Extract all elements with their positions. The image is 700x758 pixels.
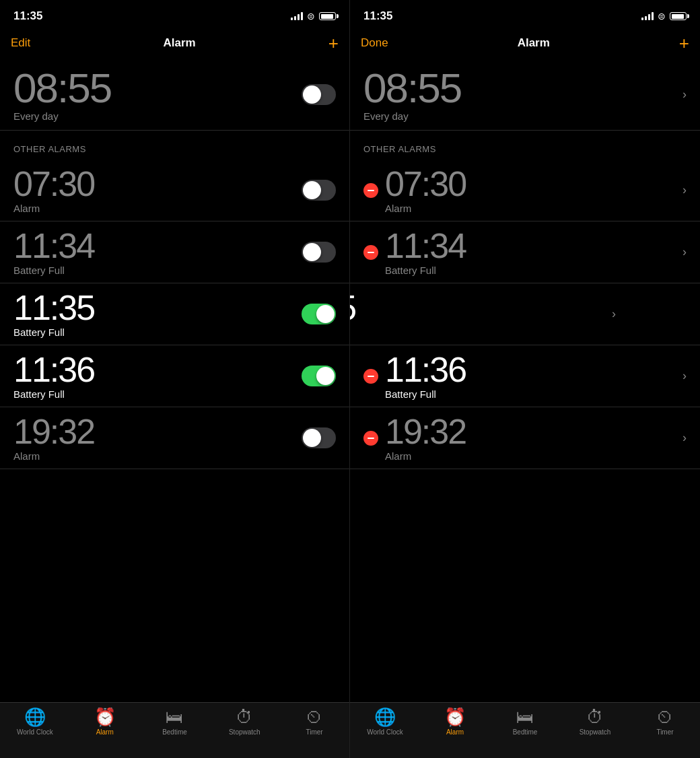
status-bar-right: 11:35 ⊜: [350, 0, 700, 30]
status-icons-left: ⊜: [291, 11, 336, 22]
tab-label-world-clock-right: World Clock: [367, 728, 403, 736]
tab-label-timer-left: Timer: [306, 728, 322, 736]
alarm-content-right: 08:55 Every day › OTHER ALARMS 07:30 Ala…: [350, 59, 700, 702]
tab-alarm-left[interactable]: ⏰ Alarm: [70, 708, 140, 736]
delete-circle-1134[interactable]: [363, 245, 378, 260]
toggle-0730-left[interactable]: [302, 180, 336, 201]
alarm-time-1134-left: 11:34: [13, 228, 94, 263]
toggle-1135-left[interactable]: [302, 304, 336, 324]
tab-label-alarm-left: Alarm: [96, 728, 114, 736]
battery-icon-right: [670, 12, 687, 20]
nav-bar-right: Done Alarm +: [350, 30, 700, 59]
alarm-item-1136-left[interactable]: 11:36 Battery Full: [0, 345, 349, 407]
tab-bedtime-left[interactable]: 🛏 Bedtime: [140, 708, 210, 736]
status-time-right: 11:35: [363, 9, 392, 23]
tab-alarm-right[interactable]: ⏰ Alarm: [420, 708, 490, 736]
right-screen: 11:35 ⊜ Done Alarm + 08:55: [350, 0, 700, 758]
alarm-item-1135-left[interactable]: 11:35 Battery Full: [0, 283, 349, 345]
left-screen: 11:35 ⊜ Edit Alarm + 08:55: [0, 0, 350, 758]
alarm-label-1932-left: Alarm: [13, 450, 94, 462]
battery-icon: [319, 12, 336, 20]
primary-alarm-label-right: Every day: [363, 110, 461, 122]
alarm-label-1135-left: Battery Full: [13, 326, 94, 338]
alarm-item-1135-right[interactable]: 1:35 ttery Full ›: [350, 283, 629, 345]
tab-label-bedtime-right: Bedtime: [513, 728, 538, 736]
page-title-right: Alarm: [518, 36, 550, 50]
alarm-label-1136-right: Battery Full: [385, 388, 466, 400]
alarm-item-1134-left[interactable]: 11:34 Battery Full: [0, 221, 349, 283]
primary-alarm-time-left: 08:55: [13, 67, 111, 109]
alarm-chevron-1136: ›: [682, 369, 687, 383]
alarm-label-1134-left: Battery Full: [13, 265, 94, 276]
status-time-left: 11:35: [13, 9, 42, 23]
alarm-icon-right: ⏰: [444, 708, 466, 726]
tab-bedtime-right[interactable]: 🛏 Bedtime: [490, 708, 560, 736]
alarm-label-1136-left: Battery Full: [13, 388, 94, 400]
tab-bar-right: 🌐 World Clock ⏰ Alarm 🛏 Bedtime ⏱ Stopwa…: [350, 702, 700, 758]
primary-alarm-time-block-left: 08:55 Every day: [13, 67, 111, 122]
status-icons-right: ⊜: [641, 11, 687, 22]
alarm-time-1135-right: 1:35: [350, 290, 355, 325]
alarm-time-1135-left: 11:35: [13, 290, 94, 325]
world-clock-icon-left: 🌐: [24, 708, 46, 726]
alarm-time-0730-right: 07:30: [385, 166, 466, 201]
alarm-time-1134-right: 11:34: [385, 228, 466, 263]
tab-label-world-clock-left: World Clock: [17, 728, 53, 736]
tab-stopwatch-right[interactable]: ⏱ Stopwatch: [560, 708, 630, 736]
alarm-time-1136-right: 11:36: [385, 352, 466, 387]
alarm-icon-left: ⏰: [94, 708, 116, 726]
tab-timer-left[interactable]: ⏲ Timer: [279, 708, 349, 736]
alarm-item-1932-right[interactable]: 19:32 Alarm ›: [350, 407, 700, 469]
alarm-content-left: 08:55 Every day OTHER ALARMS 07:30 Alarm: [0, 59, 349, 702]
tab-label-alarm-right: Alarm: [446, 728, 464, 736]
primary-alarm-left: 08:55 Every day: [0, 59, 349, 131]
edit-button[interactable]: Edit: [11, 36, 30, 50]
toggle-knob: [303, 85, 321, 104]
stopwatch-icon-right: ⏱: [586, 708, 604, 726]
tab-world-clock-left[interactable]: 🌐 World Clock: [0, 708, 70, 736]
signal-icon-right: [641, 12, 654, 20]
primary-alarm-toggle-left[interactable]: [302, 84, 336, 105]
alarm-item-1135-right-container: 1:35 ttery Full › Delete: [350, 283, 700, 345]
alarm-label-1135-right: ttery Full: [350, 326, 355, 338]
alarm-item-1134-right[interactable]: 11:34 Battery Full ›: [350, 221, 700, 283]
tab-label-stopwatch-right: Stopwatch: [580, 728, 611, 736]
alarm-item-1136-right[interactable]: 11:36 Battery Full ›: [350, 345, 700, 407]
alarm-label-0730-left: Alarm: [13, 203, 94, 214]
tab-world-clock-right[interactable]: 🌐 World Clock: [350, 708, 420, 736]
alarm-item-0730-left[interactable]: 07:30 Alarm: [0, 160, 349, 221]
alarm-time-0730-left: 07:30: [13, 166, 94, 201]
timer-icon-right: ⏲: [656, 708, 674, 726]
tab-timer-right[interactable]: ⏲ Timer: [630, 708, 700, 736]
toggle-1932-left[interactable]: [302, 427, 336, 448]
signal-icon: [291, 12, 303, 20]
alarm-chevron-0730: ›: [682, 183, 687, 197]
primary-alarm-time-right: 08:55: [363, 67, 461, 109]
alarm-item-0730-right[interactable]: 07:30 Alarm ›: [350, 160, 700, 221]
add-alarm-button-left[interactable]: +: [328, 34, 339, 52]
delete-circle-1136[interactable]: [363, 369, 378, 384]
toggle-1134-left[interactable]: [302, 242, 336, 263]
add-alarm-button-right[interactable]: +: [679, 34, 689, 52]
bedtime-icon-left: 🛏: [166, 708, 183, 726]
section-header-right: OTHER ALARMS: [350, 131, 700, 160]
nav-bar-left: Edit Alarm +: [0, 30, 349, 59]
alarm-chevron-1932: ›: [682, 431, 687, 445]
world-clock-icon-right: 🌐: [374, 708, 396, 726]
timer-icon-left: ⏲: [306, 708, 323, 726]
alarm-chevron-1134: ›: [682, 245, 687, 259]
alarm-item-1932-left[interactable]: 19:32 Alarm: [0, 407, 349, 469]
toggle-1136-left[interactable]: [302, 366, 336, 386]
tab-stopwatch-left[interactable]: ⏱ Stopwatch: [209, 708, 279, 736]
section-header-left: OTHER ALARMS: [0, 131, 349, 160]
bedtime-icon-right: 🛏: [516, 708, 534, 726]
done-button[interactable]: Done: [361, 36, 388, 50]
wifi-icon-right: ⊜: [658, 11, 666, 22]
page-title-left: Alarm: [163, 36, 195, 50]
tab-label-bedtime-left: Bedtime: [162, 728, 187, 736]
alarm-label-1932-right: Alarm: [385, 450, 466, 462]
primary-alarm-right: 08:55 Every day ›: [350, 59, 700, 131]
primary-alarm-label-left: Every day: [13, 110, 111, 122]
delete-circle-0730[interactable]: [363, 183, 378, 198]
delete-circle-1932[interactable]: [363, 431, 378, 446]
